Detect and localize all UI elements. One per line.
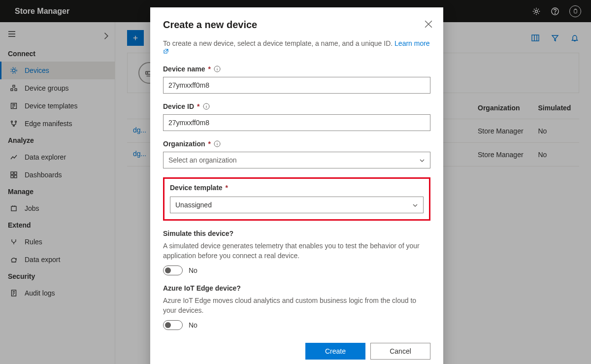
simulate-toggle[interactable] bbox=[163, 265, 183, 275]
organization-select[interactable]: Select an organization bbox=[163, 152, 430, 168]
field-edge: Azure IoT Edge device? Azure IoT Edge mo… bbox=[163, 284, 430, 330]
info-icon[interactable] bbox=[214, 140, 221, 147]
simulate-toggle-row: No bbox=[163, 265, 430, 275]
field-simulate: Simulate this device? A simulated device… bbox=[163, 230, 430, 275]
device-template-highlight: Device template * Unassigned bbox=[163, 177, 430, 221]
modal-footer: Create Cancel bbox=[163, 343, 430, 360]
label-text: Device name bbox=[163, 65, 205, 73]
label-text: Device ID bbox=[163, 102, 194, 110]
cancel-button[interactable]: Cancel bbox=[370, 343, 430, 360]
modal-intro: To create a new device, select a device … bbox=[163, 39, 430, 55]
field-device-template: Device template * Unassigned bbox=[170, 184, 424, 213]
device-name-input[interactable] bbox=[163, 77, 430, 94]
close-icon[interactable] bbox=[425, 20, 432, 28]
device-template-select[interactable]: Unassigned bbox=[170, 197, 424, 213]
chevron-down-icon bbox=[412, 202, 418, 208]
app-root: Store Manager Connect bbox=[0, 0, 591, 364]
info-icon[interactable] bbox=[203, 103, 210, 110]
required-marker: * bbox=[208, 65, 211, 73]
label-text: Simulate this device? bbox=[163, 230, 233, 237]
device-id-input[interactable] bbox=[163, 114, 430, 131]
edge-toggle-row: No bbox=[163, 320, 430, 330]
field-device-name: Device name * bbox=[163, 65, 430, 94]
simulate-help: A simulated device generates telemetry t… bbox=[163, 241, 430, 261]
info-icon[interactable] bbox=[214, 66, 221, 72]
edge-help: Azure IoT Edge moves cloud analytics and… bbox=[163, 296, 430, 315]
label-text: Azure IoT Edge device? bbox=[163, 284, 241, 292]
chevron-down-icon bbox=[419, 157, 425, 163]
label-text: Organization bbox=[163, 140, 205, 148]
field-organization: Organization * Select an organization bbox=[163, 140, 430, 168]
required-marker: * bbox=[208, 140, 211, 148]
simulate-toggle-label: No bbox=[189, 266, 197, 274]
create-button[interactable]: Create bbox=[305, 343, 365, 360]
edge-toggle-label: No bbox=[189, 321, 197, 329]
modal-title: Create a new device bbox=[163, 19, 430, 31]
required-marker: * bbox=[197, 102, 199, 110]
label-text: Device template bbox=[170, 184, 223, 192]
field-device-id: Device ID * bbox=[163, 102, 430, 131]
create-device-modal: Create a new device To create a new devi… bbox=[150, 7, 443, 364]
edge-toggle[interactable] bbox=[163, 320, 183, 330]
required-marker: * bbox=[226, 184, 228, 192]
